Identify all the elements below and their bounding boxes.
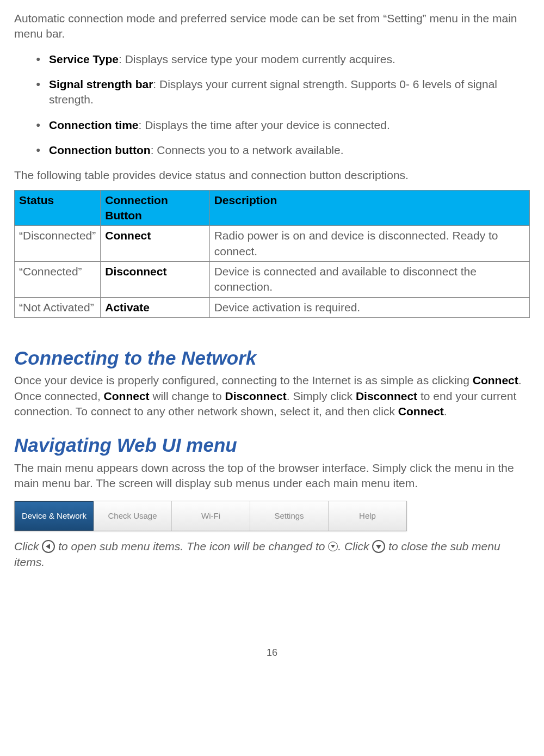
table-intro: The following table provides device stat… xyxy=(14,168,530,183)
button-cell: Disconnect xyxy=(101,262,209,298)
feature-desc: : Displays the time after your device is… xyxy=(139,119,390,131)
tab-device-network[interactable]: Device & Network xyxy=(15,501,94,531)
feature-label: Service Type xyxy=(49,53,119,65)
list-item: Signal strength bar: Displays your curre… xyxy=(36,77,530,108)
feature-label: Signal strength bar xyxy=(49,78,153,90)
description-cell: Device is connected and available to dis… xyxy=(209,262,529,298)
table-header-button: Connection Button xyxy=(101,190,209,226)
tab-settings[interactable]: Settings xyxy=(250,501,329,531)
table-row: “Not Activated” Activate Device activati… xyxy=(15,297,530,317)
tab-wifi[interactable]: Wi-Fi xyxy=(172,501,250,531)
feature-list: Service Type: Displays service type your… xyxy=(14,52,530,158)
feature-label: Connection button xyxy=(49,144,151,156)
submenu-note: Click to open sub menu items. The icon w… xyxy=(14,539,530,570)
status-cell: “Disconnected” xyxy=(15,226,101,262)
button-cell: Connect xyxy=(101,226,209,262)
text-fragment: will change to xyxy=(150,390,225,402)
table-header-description: Description xyxy=(209,190,529,226)
feature-label: Connection time xyxy=(49,119,139,131)
bold-disconnect: Disconnect xyxy=(356,390,417,402)
feature-desc: : Connects you to a network available. xyxy=(151,144,344,156)
tab-check-usage[interactable]: Check Usage xyxy=(94,501,172,531)
description-cell: Radio power is on and device is disconne… xyxy=(209,226,529,262)
text-fragment: to open sub menu items. The icon will be… xyxy=(58,540,328,552)
bold-connect: Connect xyxy=(398,405,444,417)
table-header-status: Status xyxy=(15,190,101,226)
intro-paragraph: Automatic connection mode and preferred … xyxy=(14,11,530,42)
list-item: Connection time: Displays the time after… xyxy=(36,118,530,133)
connecting-paragraph: Once your device is properly configured,… xyxy=(14,373,530,419)
heading-navigating: Navigating Web UI menu xyxy=(14,432,530,458)
bold-disconnect: Disconnect xyxy=(225,390,287,402)
list-item: Service Type: Displays service type your… xyxy=(36,52,530,67)
table-row: “Connected” Disconnect Device is connect… xyxy=(15,262,530,298)
text-fragment: . Simply click xyxy=(287,390,356,402)
triangle-left-circle-icon xyxy=(42,540,55,553)
bold-connect: Connect xyxy=(473,374,518,386)
status-cell: “Connected” xyxy=(15,262,101,298)
tab-help[interactable]: Help xyxy=(329,501,406,531)
text-fragment: . Click xyxy=(338,540,372,552)
button-cell: Activate xyxy=(101,297,209,317)
heading-connecting: Connecting to the Network xyxy=(14,345,530,371)
feature-desc: : Displays service type your modem curre… xyxy=(119,53,395,65)
text-fragment: . xyxy=(444,405,447,417)
triangle-down-circle-icon xyxy=(328,542,338,551)
description-cell: Device activation is required. xyxy=(209,297,529,317)
status-cell: “Not Activated” xyxy=(15,297,101,317)
main-menu-bar: Device & Network Check Usage Wi-Fi Setti… xyxy=(14,501,407,531)
navigating-paragraph: The main menu appears down across the to… xyxy=(14,460,530,491)
bold-connect: Connect xyxy=(104,390,150,402)
triangle-down-circle-icon xyxy=(372,540,385,553)
list-item: Connection button: Connects you to a net… xyxy=(36,143,530,158)
text-fragment: Click xyxy=(14,540,42,552)
page-number: 16 xyxy=(14,646,530,659)
status-table: Status Connection Button Description “Di… xyxy=(14,190,530,318)
table-row: “Disconnected” Connect Radio power is on… xyxy=(15,226,530,262)
text-fragment: Once your device is properly configured,… xyxy=(14,374,473,386)
